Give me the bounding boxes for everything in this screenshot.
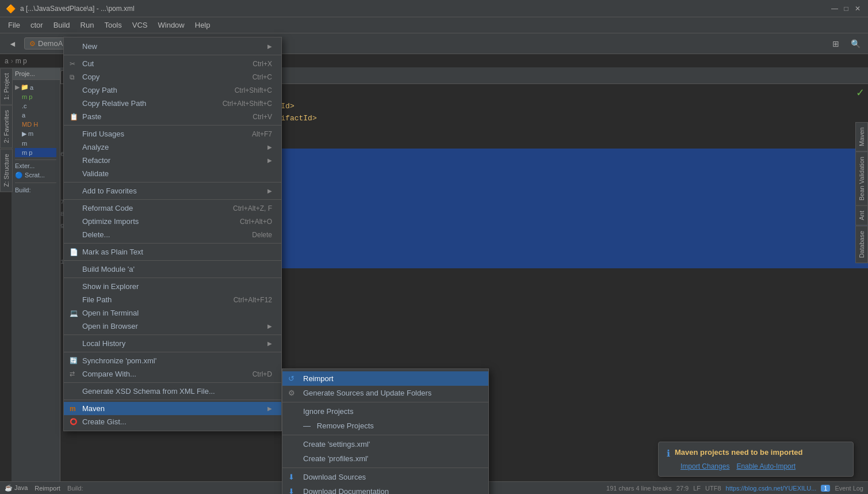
import-changes-link[interactable]: Import Changes bbox=[680, 462, 729, 470]
menu-help[interactable]: Help bbox=[190, 20, 215, 31]
ctx-optimize-shortcut: Ctrl+Alt+O bbox=[240, 218, 272, 226]
tab-2-favorites[interactable]: 2: Favorites bbox=[0, 105, 13, 148]
menu-tools[interactable]: Tools bbox=[100, 20, 126, 31]
tree-item-scrat[interactable]: 🔵 Scrat... bbox=[15, 170, 56, 180]
sync-icon: 🔄 bbox=[70, 357, 78, 364]
ctx-create-gist[interactable]: ⭕ Create Gist... bbox=[64, 415, 281, 428]
event-log-label[interactable]: Event Log bbox=[835, 485, 863, 492]
title-bar-title: a [...\JavaSavedPlace\a] - ...\pom.xml bbox=[20, 5, 135, 13]
tab-database[interactable]: Database bbox=[855, 226, 868, 263]
ctx-sep-2 bbox=[64, 125, 281, 126]
ctx-analyze[interactable]: Analyze ▶ bbox=[64, 140, 281, 154]
sub-reimport-label: Reimport bbox=[303, 374, 334, 383]
ctx-add-favorites[interactable]: Add to Favorites ▶ bbox=[64, 184, 281, 197]
ctx-cut[interactable]: ✂ Cut Ctrl+X bbox=[64, 57, 281, 70]
sub-create-profiles[interactable]: Create 'profiles.xml' bbox=[282, 451, 488, 466]
search-everywhere-button[interactable]: 🔍 bbox=[847, 36, 863, 52]
ctx-local-history[interactable]: Local History ▶ bbox=[64, 337, 281, 350]
ctx-compare-with[interactable]: ⇄ Compare With... Ctrl+D bbox=[64, 367, 281, 381]
ctx-validate[interactable]: Validate bbox=[64, 167, 281, 180]
line-ending: LF bbox=[693, 485, 701, 492]
url-link[interactable]: https://blog.csdn.net/YUEXILU... bbox=[726, 485, 817, 492]
ctx-validate-label: Validate bbox=[82, 169, 109, 178]
ctx-cut-label: Cut bbox=[82, 59, 94, 68]
ctx-delete[interactable]: Delete... Delete bbox=[64, 228, 281, 241]
ctx-find-usages-label: Find Usages bbox=[82, 130, 124, 138]
ctx-reformat[interactable]: Reformat Code Ctrl+Alt+Z, F bbox=[64, 202, 281, 215]
ctx-copy[interactable]: ⧉ Copy Ctrl+C bbox=[64, 70, 281, 83]
ctx-sep-1 bbox=[64, 55, 281, 55]
right-vertical-tabs: Maven Bean Validation Ant Database bbox=[855, 122, 868, 263]
sub-generate-sources[interactable]: ⚙ Generate Sources and Update Folders bbox=[282, 386, 488, 400]
notif-actions: Import Changes Enable Auto-Import bbox=[680, 462, 845, 470]
ctx-maven[interactable]: m Maven ▶ bbox=[64, 402, 281, 415]
ctx-mark-plain-text[interactable]: 📄 Mark as Plain Text bbox=[64, 245, 281, 259]
maximize-button[interactable]: □ bbox=[842, 4, 851, 13]
menu-vcs[interactable]: VCS bbox=[128, 20, 152, 31]
breadcrumb-mp[interactable]: m p bbox=[16, 57, 27, 65]
layout-button[interactable]: ⊞ bbox=[828, 36, 844, 52]
paste-icon: 📋 bbox=[70, 113, 78, 121]
java-tab[interactable]: ☕ Java bbox=[5, 484, 28, 492]
menu-ctor[interactable]: ctor bbox=[26, 20, 48, 31]
sub-remove-label: — Remove Projects bbox=[303, 421, 374, 430]
tree-item-mp2[interactable]: m p bbox=[15, 148, 56, 157]
ctx-build-module[interactable]: Build Module 'a' bbox=[64, 263, 281, 276]
ctx-copy-path-label: Copy Path bbox=[82, 86, 117, 94]
tree-item-m2[interactable]: m bbox=[15, 139, 56, 148]
ctx-open-terminal[interactable]: 💻 Open in Terminal bbox=[64, 306, 281, 320]
enable-auto-import-link[interactable]: Enable Auto-Import bbox=[736, 462, 796, 470]
minimize-button[interactable]: — bbox=[830, 4, 839, 13]
menu-run[interactable]: Run bbox=[76, 20, 99, 31]
maven-icon: m bbox=[70, 405, 76, 413]
close-button[interactable]: ✕ bbox=[853, 4, 862, 13]
tab-z-structure[interactable]: Z: Structure bbox=[0, 149, 13, 192]
sub-sep-2 bbox=[282, 435, 488, 435]
reimport-tab[interactable]: Reimport bbox=[35, 485, 60, 492]
ctx-open-browser[interactable]: Open in Browser ▶ bbox=[64, 320, 281, 333]
sub-download-sources-label: Download Sources bbox=[303, 473, 366, 481]
tab-maven[interactable]: Maven bbox=[855, 122, 868, 151]
ctx-show-explorer[interactable]: Show in Explorer bbox=[64, 280, 281, 293]
sub-ignore-projects[interactable]: Ignore Projects bbox=[282, 404, 488, 419]
ctx-local-history-label: Local History bbox=[82, 339, 125, 348]
project-tree[interactable]: ▶ 📁 a m p .c a MD H ▶ m m m p Exter... 🔵… bbox=[12, 80, 60, 197]
ctx-generate-xsd[interactable]: Generate XSD Schema from XML File... bbox=[64, 385, 281, 398]
ctx-show-explorer-label: Show in Explorer bbox=[82, 282, 139, 291]
notification-popup: ℹ Maven projects need to be imported Imp… bbox=[658, 442, 854, 477]
sub-download-docs[interactable]: ⬇ Download Documentation bbox=[282, 484, 488, 494]
tree-item-m1[interactable]: ▶ m bbox=[15, 129, 56, 139]
tab-ant[interactable]: Ant bbox=[855, 206, 868, 226]
sub-remove-projects[interactable]: — Remove Projects bbox=[282, 419, 488, 433]
menu-window[interactable]: Window bbox=[154, 20, 189, 31]
back-button[interactable]: ◄ bbox=[5, 36, 21, 52]
tree-item-c[interactable]: .c bbox=[15, 101, 56, 111]
ctx-optimize-imports[interactable]: Optimize Imports Ctrl+Alt+O bbox=[64, 215, 281, 228]
ctx-file-path[interactable]: File Path Ctrl+Alt+F12 bbox=[64, 293, 281, 306]
menu-file[interactable]: File bbox=[3, 20, 25, 31]
sub-download-sources[interactable]: ⬇ Download Sources bbox=[282, 470, 488, 484]
position-info: 27:9 bbox=[676, 485, 689, 492]
ctx-paste[interactable]: 📋 Paste Ctrl+V bbox=[64, 110, 281, 123]
ctx-synchronize[interactable]: 🔄 Synchronize 'pom.xml' bbox=[64, 354, 281, 367]
ctx-find-usages[interactable]: Find Usages Alt+F7 bbox=[64, 127, 281, 140]
breadcrumb-a[interactable]: a bbox=[5, 57, 9, 65]
tree-item-mh[interactable]: MD H bbox=[15, 120, 56, 129]
ctx-open-browser-arrow: ▶ bbox=[267, 323, 272, 329]
tree-item-mp[interactable]: m p bbox=[15, 92, 56, 101]
menu-build[interactable]: Build bbox=[49, 20, 75, 31]
ctx-copy-path[interactable]: Copy Path Ctrl+Shift+C bbox=[64, 83, 281, 97]
tab-1-project[interactable]: 1: Project bbox=[0, 68, 13, 105]
tree-item-a2[interactable]: a bbox=[15, 111, 56, 120]
ctx-paste-shortcut: Ctrl+V bbox=[253, 113, 272, 121]
ctx-refactor[interactable]: Refactor ▶ bbox=[64, 154, 281, 167]
ctx-new[interactable]: New ▶ bbox=[64, 40, 281, 53]
sub-reimport[interactable]: ↺ Reimport bbox=[282, 371, 488, 386]
tab-bean-validation[interactable]: Bean Validation bbox=[855, 151, 868, 206]
checkmark-indicator: ✓ bbox=[856, 86, 865, 99]
tree-item-a[interactable]: ▶ 📁 a bbox=[15, 82, 56, 92]
cut-icon: ✂ bbox=[70, 60, 75, 68]
sub-create-settings[interactable]: Create 'settings.xml' bbox=[282, 437, 488, 451]
extern-label: Exter... bbox=[15, 162, 35, 169]
ctx-copy-relative-path[interactable]: Copy Relative Path Ctrl+Alt+Shift+C bbox=[64, 97, 281, 110]
